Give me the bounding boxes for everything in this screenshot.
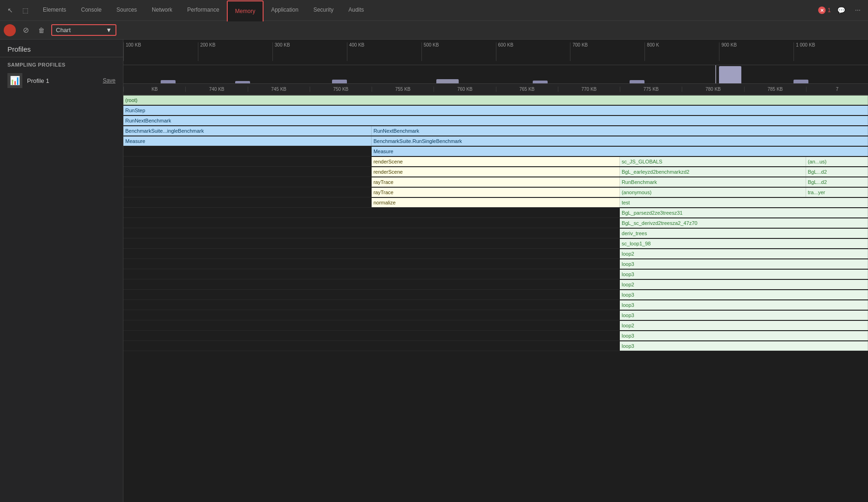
list-item[interactable]: (root) (123, 95, 868, 105)
comment-icon[interactable]: 💬 (834, 4, 848, 17)
list-item[interactable] (123, 239, 620, 248)
ruler-tick: 600 KB (496, 42, 570, 61)
list-item[interactable]: Measure (123, 136, 372, 146)
list-item[interactable]: (anonymous) (620, 188, 806, 197)
error-count: 1 (827, 7, 831, 14)
list-item[interactable] (123, 198, 372, 207)
list-item[interactable] (123, 157, 372, 166)
list-item[interactable] (123, 331, 620, 340)
table-row: BenchmarkSuite...ingleBenchmarkRunNextBe… (123, 126, 868, 136)
list-item[interactable] (123, 259, 620, 269)
device-toggle-icon[interactable]: ⬚ (19, 4, 32, 17)
stop-button[interactable]: ⊘ (20, 24, 32, 36)
profile-item[interactable]: 📊 Profile 1 Save (0, 70, 123, 91)
list-item[interactable] (123, 341, 620, 351)
list-item[interactable]: loop3 (620, 290, 868, 299)
list-item[interactable] (123, 177, 372, 187)
tab-console[interactable]: Console (74, 0, 109, 21)
tab-performance[interactable]: Performance (180, 0, 227, 21)
table-row: loop3 (123, 269, 868, 279)
ruler-tick: 800 K (644, 42, 719, 61)
flame-tick: 780 KB (682, 87, 744, 92)
list-item[interactable] (123, 208, 620, 217)
list-item[interactable]: rayTrace (372, 177, 620, 187)
list-item[interactable] (123, 147, 372, 156)
list-item[interactable]: BgL_parsezd2ze3treesz31 (620, 208, 868, 217)
chart-dropdown[interactable]: Chart ▼ (51, 24, 116, 36)
error-icon: ✕ (818, 7, 826, 14)
list-item[interactable]: renderScene (372, 157, 620, 166)
list-item[interactable]: (an...us) (806, 157, 868, 166)
list-item[interactable]: loop3 (620, 311, 868, 320)
tab-sources[interactable]: Sources (109, 0, 144, 21)
sidebar-title: Profiles (0, 40, 123, 57)
list-item[interactable]: loop2 (620, 280, 868, 289)
list-item[interactable]: loop2 (620, 249, 868, 258)
record-button[interactable] (4, 24, 16, 36)
list-item[interactable]: RunNextBenchmark (372, 126, 868, 136)
list-item[interactable]: tra...yer (806, 188, 868, 197)
list-item[interactable]: loop2 (620, 321, 868, 330)
table-row: renderScenesc_JS_GLOBALS(an...us) (123, 156, 868, 167)
list-item[interactable]: sc_JS_GLOBALS (620, 157, 806, 166)
ruler-tick: 200 KB (198, 42, 272, 61)
table-row: Measure (123, 146, 868, 156)
list-item[interactable]: BgL_earleyzd2benchmarkzd2 (620, 167, 806, 176)
table-row: BgL_parsezd2ze3treesz31 (123, 208, 868, 218)
flame-tick: 740 KB (185, 87, 247, 92)
tab-elements[interactable]: Elements (35, 0, 74, 21)
list-item[interactable]: loop3 (620, 270, 868, 279)
list-item[interactable]: BenchmarkSuite.RunSingleBenchmark (372, 136, 868, 146)
list-item[interactable]: sc_loop1_98 (620, 239, 868, 248)
list-item[interactable]: renderScene (372, 167, 620, 176)
ruler-tick: 700 KB (570, 42, 644, 61)
list-item[interactable]: BgL_sc_derivzd2treesza2_47z70 (620, 218, 868, 228)
flame-chart-area[interactable]: KB740 KB745 KB750 KB755 KB760 KB765 KB77… (123, 84, 868, 502)
list-item[interactable] (123, 311, 620, 320)
tab-memory[interactable]: Memory (227, 0, 264, 21)
list-item[interactable] (123, 218, 620, 228)
table-row: rayTraceRunBenchmarkBgL...d2 (123, 177, 868, 187)
flame-tick: 785 KB (744, 87, 806, 92)
clear-button[interactable]: 🗑 (35, 24, 47, 36)
list-item[interactable] (123, 249, 620, 258)
list-item[interactable] (123, 280, 620, 289)
list-item[interactable]: BgL...d2 (806, 167, 868, 176)
list-item[interactable]: test (620, 198, 868, 207)
list-item[interactable] (123, 300, 620, 310)
table-row: MeasureBenchmarkSuite.RunSingleBenchmark (123, 136, 868, 146)
chart-label: Chart (56, 27, 71, 34)
flame-ruler: KB740 KB745 KB750 KB755 KB760 KB765 KB77… (123, 84, 868, 95)
list-item[interactable] (123, 229, 620, 238)
table-row: loop2 (123, 279, 868, 290)
list-item[interactable] (123, 290, 620, 299)
list-item[interactable]: Measure (372, 147, 868, 156)
list-item[interactable] (123, 167, 372, 176)
sidebar: Profiles SAMPLING PROFILES 📊 Profile 1 S… (0, 40, 123, 502)
list-item[interactable]: RunNextBenchmark (123, 116, 868, 125)
mini-bars-area (123, 65, 868, 84)
list-item[interactable]: BenchmarkSuite...ingleBenchmark (123, 126, 372, 136)
list-item[interactable]: loop3 (620, 300, 868, 310)
list-item[interactable] (123, 270, 620, 279)
tab-application[interactable]: Application (264, 0, 306, 21)
tab-network[interactable]: Network (144, 0, 180, 21)
tab-audits[interactable]: Audits (341, 0, 371, 21)
list-item[interactable]: normalize (372, 198, 620, 207)
list-item[interactable] (123, 321, 620, 330)
list-item[interactable]: RunBenchmark (620, 177, 806, 187)
list-item[interactable]: RunStep (123, 106, 868, 115)
save-link[interactable]: Save (103, 77, 115, 84)
list-item[interactable]: BgL...d2 (806, 177, 868, 187)
toolbar-right: ✕ 1 💬 ⋯ (818, 4, 864, 17)
cursor-icon[interactable]: ↖ (4, 4, 17, 17)
tab-security[interactable]: Security (306, 0, 341, 21)
list-item[interactable] (123, 188, 372, 197)
list-item[interactable]: deriv_trees (620, 229, 868, 238)
more-icon[interactable]: ⋯ (851, 4, 864, 17)
flame-tick: 765 KB (496, 87, 558, 92)
list-item[interactable]: loop3 (620, 341, 868, 351)
list-item[interactable]: loop3 (620, 331, 868, 340)
list-item[interactable]: rayTrace (372, 188, 620, 197)
list-item[interactable]: loop3 (620, 259, 868, 269)
